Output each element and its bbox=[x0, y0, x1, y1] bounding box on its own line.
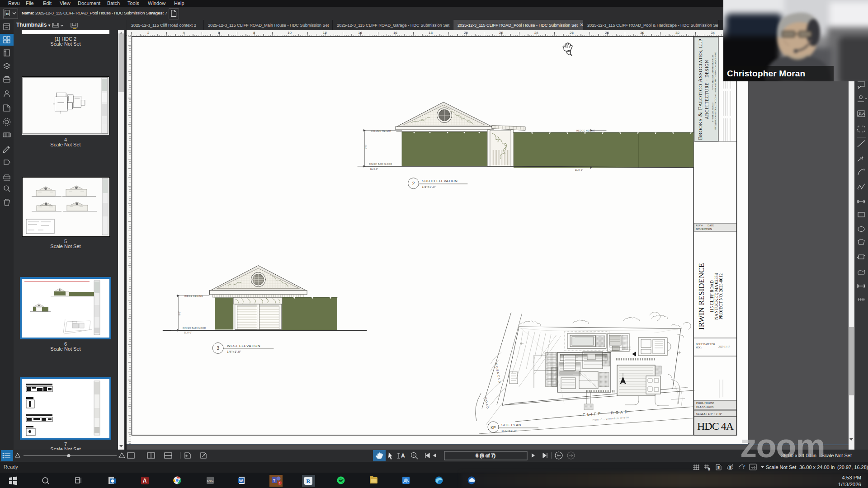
svg-text:SITE PLAN: SITE PLAN bbox=[501, 423, 521, 427]
svg-text:(20.97, 16.28): (20.97, 16.28) bbox=[837, 465, 868, 470]
svg-text:2025-11-17: 2025-11-17 bbox=[718, 345, 730, 348]
svg-text:36.00 x 24.00 in: 36.00 x 24.00 in bbox=[799, 465, 835, 470]
svg-text:FINISH BAR FLOOR: FINISH BAR FLOOR bbox=[183, 327, 206, 329]
svg-text:W: W bbox=[239, 479, 243, 483]
svg-text:EL 0'-0”: EL 0'-0” bbox=[184, 331, 192, 334]
svg-text:9'-0”: 9'-0” bbox=[178, 311, 181, 315]
svg-text:1/32”=1'-0”: 1/32”=1'-0” bbox=[501, 429, 517, 432]
svg-text:ISSUE DATE FOR:: ISSUE DATE FOR: bbox=[696, 343, 716, 346]
svg-text:1: 1 bbox=[279, 482, 281, 485]
svg-text:ARCHITECTURE · DESIGN: ARCHITECTURE · DESIGN bbox=[705, 60, 709, 119]
svg-text:A: A bbox=[143, 478, 147, 484]
svg-text:EL 0'-0”: EL 0'-0” bbox=[370, 168, 378, 170]
svg-text:REV # DATE: REV # DATE bbox=[696, 224, 714, 227]
svg-text:1/4”=1'-0”: 1/4”=1'-0” bbox=[227, 350, 241, 353]
svg-text:S: S bbox=[729, 466, 731, 469]
svg-text:EL 0'-0”: EL 0'-0” bbox=[575, 169, 583, 171]
svg-text:RIDGE CEILING: RIDGE CEILING bbox=[184, 295, 203, 297]
svg-text:POOL HOUSE: POOL HOUSE bbox=[696, 401, 714, 404]
svg-text:INFO@BROOKSANDFALOTICO.COM: INFO@BROOKSANDFALOTICO.COM bbox=[714, 94, 717, 130]
svg-text:BROOKS & FALOTICO ASSOCIATES,: BROOKS & FALOTICO ASSOCIATES, LLP bbox=[697, 39, 703, 140]
svg-text:IRWIN RESIDENCE: IRWIN RESIDENCE bbox=[697, 263, 706, 330]
svg-text:1/4”=1'-0”: 1/4”=1'-0” bbox=[422, 185, 436, 188]
svg-text:6 (6 of 7): 6 (6 of 7) bbox=[476, 453, 495, 458]
svg-text:HDC 4A: HDC 4A bbox=[697, 420, 734, 432]
svg-text:S: S bbox=[717, 466, 720, 469]
svg-text:3: 3 bbox=[217, 346, 219, 351]
svg-text:CLIFF ROAD: CLIFF ROAD bbox=[582, 409, 629, 417]
svg-text:SNIG: SNIG bbox=[207, 479, 214, 482]
svg-text:PHONE 203.966.8440: PHONE 203.966.8440 bbox=[712, 102, 714, 121]
svg-text:Scale Not Set: Scale Not Set bbox=[766, 465, 796, 470]
svg-text:115 CLIFF ROAD: 115 CLIFF ROAD bbox=[710, 280, 714, 313]
svg-text:HEDGE HEIGHT: HEDGE HEIGHT bbox=[576, 129, 595, 132]
svg-text:9'-0”: 9'-0” bbox=[364, 145, 367, 149]
svg-text:A: A bbox=[401, 453, 405, 458]
svg-text:4:53 PM: 4:53 PM bbox=[842, 475, 861, 480]
svg-text:WWW.BROOKSANDFALOTICO.COM: WWW.BROOKSANDFALOTICO.COM bbox=[712, 55, 714, 89]
svg-text:DESCRIPTION: DESCRIPTION bbox=[696, 228, 712, 230]
svg-text:ROAD: ROAD bbox=[484, 397, 490, 410]
svg-text:ELEVATIONS: ELEVATIONS bbox=[696, 405, 714, 408]
svg-text:PROJECT NO. 2023-0012: PROJECT NO. 2023-0012 bbox=[719, 273, 723, 319]
svg-text:SOUTH ELEVATION: SOUTH ELEVATION bbox=[422, 179, 458, 183]
svg-text:HDC:: HDC: bbox=[696, 346, 702, 349]
svg-text:GOSNOLD: GOSNOLD bbox=[495, 363, 502, 384]
svg-text:COLUMN HEIGHT: COLUMN HEIGHT bbox=[371, 130, 392, 132]
svg-text:1/13/2026: 1/13/2026 bbox=[838, 482, 861, 487]
svg-text:10: 10 bbox=[6, 13, 9, 15]
svg-text:T: T bbox=[273, 479, 275, 483]
svg-text:SCALE : 1/4” = 1’-0”: SCALE : 1/4” = 1’-0” bbox=[696, 412, 722, 415]
svg-text:KP: KP bbox=[491, 425, 496, 430]
svg-text:FINISH BAR FLOOR: FINISH BAR FLOOR bbox=[369, 163, 392, 165]
svg-text:WEST ELEVATION: WEST ELEVATION bbox=[227, 344, 260, 348]
svg-text:R: R bbox=[306, 478, 311, 484]
svg-text:2: 2 bbox=[412, 181, 415, 186]
svg-text:NANTUCKET, MA 02554: NANTUCKET, MA 02554 bbox=[714, 273, 719, 319]
svg-text:PUBLIC - VARIABLE WIDTH: PUBLIC - VARIABLE WIDTH bbox=[593, 416, 629, 421]
svg-text:S: S bbox=[708, 468, 710, 471]
